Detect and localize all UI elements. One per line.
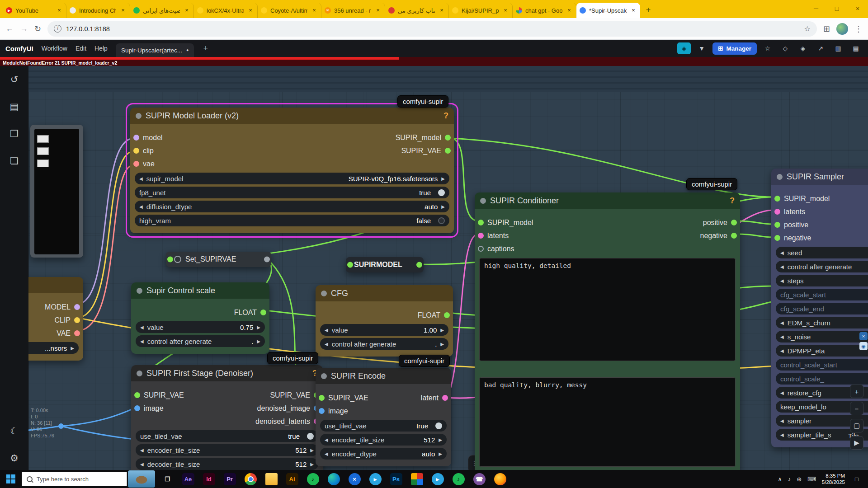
input-dot[interactable]	[478, 233, 484, 239]
manager-button[interactable]: ⊞ Manager	[712, 42, 757, 55]
queue-icon[interactable]: ▤	[10, 101, 19, 112]
bookmark-star-icon[interactable]: ☆	[804, 24, 811, 33]
taskbar-icon-task-view[interactable]: ❐	[157, 470, 178, 488]
notification-icon[interactable]: □	[851, 476, 863, 483]
increment-icon[interactable]: ▶	[310, 448, 314, 453]
zoom-out-button[interactable]: −	[850, 402, 863, 415]
reload-icon[interactable]: ↻	[34, 24, 41, 34]
output-dot[interactable]	[260, 310, 266, 315]
node-cfg[interactable]: CFGFLOAT◀value1.00▶◀control after genera…	[316, 285, 453, 357]
input-dot[interactable]	[347, 262, 353, 268]
toggle-icon[interactable]	[435, 422, 442, 429]
taskbar-icon-firefox[interactable]	[490, 470, 510, 488]
output-dot[interactable]	[74, 317, 80, 323]
taskbar-clock[interactable]: 8:35 PM 5/28/2025	[822, 473, 845, 485]
decrement-icon[interactable]: ◀	[780, 278, 784, 283]
widget-use_tiled_vae[interactable]: use_tiled_vaetrue	[136, 430, 318, 442]
collapse-icon[interactable]	[321, 291, 327, 296]
widget-supir_model[interactable]: ◀supir_modelSUPIR-v0Q_fp16.safetensors▶	[135, 173, 449, 184]
node-header[interactable]: Supir Control scale	[131, 282, 269, 299]
decrement-icon[interactable]: ◀	[780, 348, 784, 353]
node-header[interactable]: SUPIR Conditioner?	[475, 192, 740, 209]
settings-icon[interactable]: ⚙	[10, 453, 19, 464]
browser-tab[interactable]: chat gpt - Google×	[513, 3, 576, 18]
decrement-icon[interactable]: ◀	[780, 334, 784, 339]
output-dot[interactable]	[442, 395, 448, 401]
maximize-button[interactable]: □	[826, 0, 847, 18]
node-supir-first-stage[interactable]: SUPIR First Stage (Denoiser)?SUPIR_VAEim…	[131, 365, 323, 470]
graph-alt-icon[interactable]: ◈	[796, 42, 810, 54]
profile-avatar[interactable]	[836, 23, 848, 35]
increment-icon[interactable]: ▶	[257, 325, 260, 330]
widget-steps[interactable]: ◀steps▶	[776, 275, 868, 286]
widget-control after generate[interactable]: ◀control after generate.▶	[320, 338, 448, 350]
output-dot[interactable]	[74, 304, 80, 310]
toggle-icon[interactable]	[307, 433, 314, 440]
workflows-icon[interactable]: ❏	[10, 155, 19, 166]
decrement-icon[interactable]: ◀	[780, 250, 784, 255]
widget-control after generate[interactable]: ◀control after generate▶	[776, 261, 868, 272]
taskbar-icon-after-effects[interactable]: Ae	[178, 470, 198, 488]
taskbar-icon-indesign[interactable]: Id	[198, 470, 219, 488]
decrement-icon[interactable]: ◀	[140, 325, 144, 330]
taskbar-icon-telegram-2[interactable]: ▸	[427, 470, 448, 488]
decrement-icon[interactable]: ◀	[780, 264, 784, 269]
help-icon[interactable]: ?	[443, 111, 448, 121]
node-set-supirvae[interactable]: Set_SUPIRVAE	[166, 252, 271, 267]
text-widget[interactable]: high quality, detailed	[479, 258, 736, 361]
decrement-icon[interactable]: ◀	[325, 328, 328, 333]
decrement-icon[interactable]: ◀	[139, 176, 143, 181]
tab-close-icon[interactable]: ×	[311, 7, 318, 14]
widget-cfg_scale_start[interactable]: cfg_scale_start	[776, 289, 868, 300]
taskbar-icon-edge[interactable]	[323, 470, 344, 488]
browser-menu-icon[interactable]: ⋮	[854, 24, 863, 34]
node-header[interactable]: SUPIR Sampler	[771, 169, 868, 185]
star-icon[interactable]: ☆	[761, 42, 774, 54]
increment-icon[interactable]: ▶	[439, 437, 442, 442]
history-icon[interactable]: ↺	[10, 74, 19, 85]
browser-tab[interactable]: شخصیت‌های ایرانی×	[130, 3, 194, 18]
help-icon[interactable]: ?	[730, 196, 735, 206]
text-widget[interactable]: bad quality, blurry, messy	[479, 377, 736, 467]
output-dot[interactable]	[445, 148, 451, 154]
node-header[interactable]: CFG	[316, 285, 453, 301]
news-widget-image[interactable]	[128, 470, 155, 488]
decrement-icon[interactable]: ◀	[325, 451, 328, 456]
decrement-icon[interactable]: ◀	[325, 437, 328, 442]
toggle-icon[interactable]	[438, 189, 445, 196]
output-dot[interactable]	[731, 220, 737, 225]
taskbar-icon-telegram[interactable]: ▸	[365, 470, 386, 488]
decrement-icon[interactable]: ◀	[140, 448, 144, 453]
taskbar-icon-photoshop[interactable]: Ps	[386, 470, 406, 488]
output-dot[interactable]	[444, 312, 450, 318]
input-dot[interactable]	[167, 257, 173, 263]
taskbar-search[interactable]: Type here to search	[22, 472, 127, 486]
bookmark-icon[interactable]: ▼	[695, 42, 708, 54]
taskbar-icon-premiere[interactable]: Pr	[219, 470, 240, 488]
widget-s_noise[interactable]: ◀s_noise▶	[776, 331, 868, 343]
collapse-icon[interactable]	[321, 373, 327, 379]
extensions-icon[interactable]: ⊞	[823, 24, 830, 34]
node-supir-conditioner[interactable]: SUPIR Conditioner?SUPIR_modellatentscapt…	[475, 192, 740, 470]
collapse-icon[interactable]	[136, 113, 142, 119]
widget-high_vram[interactable]: high_vramfalse	[135, 215, 449, 226]
widget-cfg_scale_end[interactable]: cfg_scale_end	[776, 303, 868, 314]
collapse-icon[interactable]	[137, 371, 142, 376]
node-get-supirmodel[interactable]: SUPIRMODEL	[346, 257, 424, 272]
node-canvas[interactable]: T: 0.00sI: 0N: 36 [11]V: 80FPS:75.76 ⠿ ▶…	[28, 66, 868, 470]
decrement-icon[interactable]: ◀	[139, 204, 143, 209]
new-workflow-button[interactable]: +	[203, 44, 208, 53]
increment-icon[interactable]: ▶	[439, 451, 442, 456]
close-button[interactable]: ×	[847, 0, 868, 18]
tab-close-icon[interactable]: ×	[56, 7, 63, 14]
output-dot[interactable]	[264, 257, 270, 263]
widget-use_tiled_vae[interactable]: use_tiled_vaetrue	[320, 420, 447, 432]
widget-value[interactable]: ◀value1.00▶	[320, 324, 448, 336]
menu-workflow[interactable]: Workflow	[42, 45, 67, 52]
decrement-icon[interactable]: ◀	[140, 462, 144, 467]
models-icon[interactable]: ❐	[10, 128, 19, 139]
tab-close-icon[interactable]: ×	[566, 7, 573, 14]
widget-control after generate[interactable]: ◀control after generate.▶	[136, 335, 265, 347]
zoom-in-button[interactable]: +	[850, 385, 863, 398]
taskbar-icon-file-explorer[interactable]	[261, 470, 282, 488]
